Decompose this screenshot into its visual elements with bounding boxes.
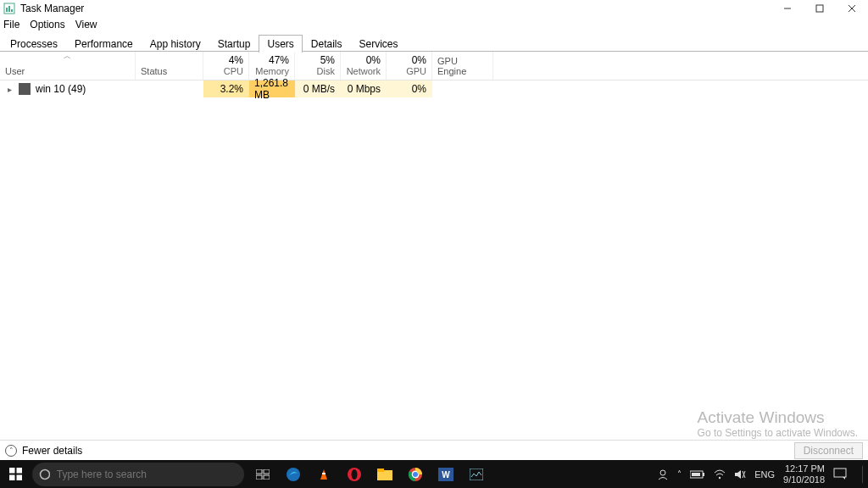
table-header: ︿ User Status 4% CPU 47% Memory 5% Disk …: [0, 52, 868, 80]
taskmgr-taskbar-icon[interactable]: [461, 460, 492, 488]
tab-services[interactable]: Services: [351, 35, 407, 53]
tray-battery-icon[interactable]: [690, 470, 705, 479]
maximize-button[interactable]: [804, 0, 836, 17]
svg-rect-3: [11, 9, 13, 12]
tray-lang[interactable]: ENG: [754, 469, 775, 480]
svg-rect-33: [692, 473, 700, 476]
menu-view[interactable]: View: [75, 19, 97, 30]
cell-status: [136, 80, 203, 97]
tabs: Processes Performance App history Startu…: [0, 32, 868, 52]
search-input[interactable]: [57, 469, 237, 480]
cell-disk: 0 MB/s: [295, 80, 341, 97]
col-gpu-engine[interactable]: GPU Engine: [432, 52, 493, 80]
col-status[interactable]: Status: [136, 52, 203, 80]
col-gpu[interactable]: 0% GPU: [387, 52, 432, 80]
chevron-up-icon: ˄: [5, 445, 17, 457]
disconnect-button[interactable]: Disconnect: [794, 442, 863, 459]
svg-rect-14: [264, 469, 270, 474]
sort-indicator-icon: ︿: [64, 51, 71, 62]
word-icon[interactable]: W: [431, 460, 461, 488]
titlebar: Task Manager: [0, 0, 868, 17]
svg-rect-10: [9, 475, 15, 481]
opera-icon[interactable]: [339, 460, 370, 488]
svg-rect-38: [834, 469, 846, 477]
cell-user: ▸ win 10 (49): [0, 80, 136, 97]
tray-clock[interactable]: 12:17 PM 9/10/2018: [783, 463, 825, 484]
cell-cpu: 3.2%: [203, 80, 249, 97]
user-label: win 10 (49): [36, 83, 86, 95]
col-cpu[interactable]: 4% CPU: [203, 52, 249, 80]
tab-performance[interactable]: Performance: [66, 35, 142, 53]
svg-rect-23: [377, 469, 384, 472]
tab-processes[interactable]: Processes: [2, 35, 66, 53]
svg-point-30: [660, 470, 665, 475]
start-button[interactable]: [0, 460, 31, 488]
tray-chevron-up-icon[interactable]: ˄: [677, 469, 682, 479]
svg-rect-2: [8, 6, 10, 12]
svg-marker-35: [735, 470, 741, 479]
minimize-button[interactable]: [771, 0, 804, 17]
task-view-icon[interactable]: [248, 460, 278, 488]
search-box[interactable]: [32, 463, 244, 486]
menu-options[interactable]: Options: [30, 19, 64, 30]
svg-text:W: W: [442, 470, 450, 480]
show-desktop-button[interactable]: [862, 466, 863, 483]
menu-file[interactable]: File: [3, 19, 19, 30]
tray-people-icon[interactable]: [657, 469, 669, 480]
activation-watermark: Activate Windows Go to Settings to activ…: [698, 408, 858, 439]
svg-point-12: [41, 469, 50, 479]
cell-gpu: 0%: [387, 80, 432, 97]
user-icon: [19, 83, 31, 95]
svg-rect-32: [703, 473, 704, 476]
tray-wifi-icon[interactable]: [714, 469, 726, 480]
window-title: Task Manager: [20, 3, 771, 14]
taskbar: W ˄ ENG 12:17 PM 9/10/2018: [0, 460, 868, 488]
svg-rect-19: [322, 473, 326, 474]
col-network[interactable]: 0% Network: [341, 52, 387, 80]
table-row[interactable]: ▸ win 10 (49) 3.2% 1,261.8 MB 0 MB/s 0 M…: [0, 80, 868, 97]
svg-point-17: [287, 468, 300, 481]
fewer-details-button[interactable]: ˄ Fewer details: [5, 445, 82, 457]
taskbar-apps: W: [248, 460, 492, 488]
tab-users[interactable]: Users: [259, 35, 302, 53]
menubar: File Options View: [0, 17, 868, 32]
col-disk[interactable]: 5% Disk: [295, 52, 341, 80]
cell-gpu-engine: [432, 80, 493, 97]
chevron-right-icon[interactable]: ▸: [5, 85, 14, 94]
tab-details[interactable]: Details: [303, 35, 351, 53]
svg-point-21: [352, 469, 358, 480]
svg-point-34: [719, 476, 721, 478]
svg-rect-9: [16, 468, 22, 474]
footer: ˄ Fewer details Disconnect: [0, 440, 868, 460]
file-explorer-icon[interactable]: [370, 460, 400, 488]
tab-app-history[interactable]: App history: [142, 35, 209, 53]
cell-network: 0 Mbps: [341, 80, 387, 97]
svg-rect-16: [264, 475, 270, 480]
tray-volume-icon[interactable]: [734, 469, 746, 480]
close-button[interactable]: [836, 0, 868, 17]
svg-marker-39: [843, 477, 845, 480]
tab-startup[interactable]: Startup: [209, 35, 259, 53]
cortana-icon: [39, 469, 50, 480]
svg-rect-8: [9, 468, 15, 474]
svg-rect-13: [256, 469, 262, 474]
cell-memory: 1,261.8 MB: [249, 80, 295, 97]
col-memory[interactable]: 47% Memory: [249, 52, 295, 80]
action-center-icon[interactable]: [833, 467, 849, 482]
svg-point-26: [413, 472, 418, 477]
chrome-icon[interactable]: [400, 460, 431, 488]
svg-rect-5: [816, 5, 823, 12]
col-user[interactable]: ︿ User: [0, 52, 136, 80]
app-icon: [3, 3, 15, 14]
svg-rect-15: [256, 475, 262, 480]
svg-rect-11: [16, 475, 22, 481]
system-tray: ˄ ENG 12:17 PM 9/10/2018: [657, 463, 868, 484]
vlc-icon[interactable]: [309, 460, 339, 488]
svg-rect-1: [6, 8, 8, 12]
edge-icon[interactable]: [278, 460, 309, 488]
